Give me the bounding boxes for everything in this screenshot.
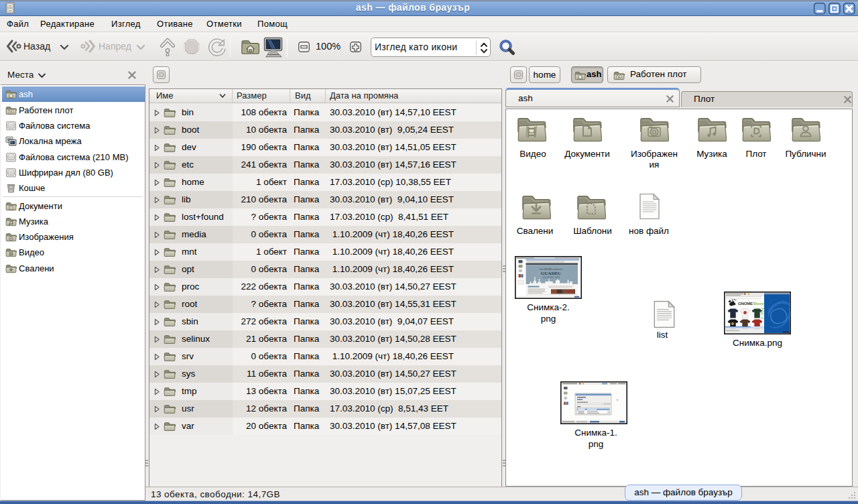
svg-text:Store: Store — [753, 301, 764, 306]
svg-text:GUADEC: GUADEC — [541, 271, 561, 276]
svg-text:July 24-30th, 2010: July 24-30th, 2010 — [542, 276, 560, 279]
svg-text:GNOME: GNOME — [738, 301, 753, 306]
